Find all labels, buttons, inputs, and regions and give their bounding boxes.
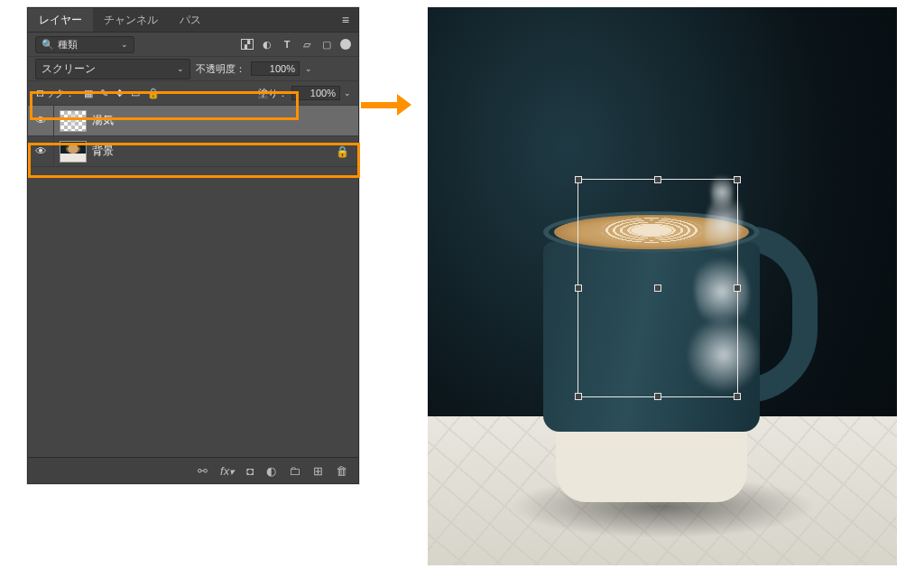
panel-footer: ⚯ fx▾ ◘ ◐ 🗀 ⊞ 🗑 [28,457,358,483]
visibility-toggle[interactable]: 👁 [28,114,53,127]
transform-handle[interactable] [575,393,582,400]
opacity-input[interactable]: 100% [251,61,300,76]
tab-paths[interactable]: パス [169,8,212,32]
chevron-down-icon[interactable]: ⌄ [344,89,351,98]
transform-handle[interactable] [654,176,661,183]
chevron-down-icon[interactable]: ⌄ [305,64,312,73]
tab-layers[interactable]: レイヤー [28,8,93,32]
lock-transparent-icon[interactable]: ▦ [84,88,93,99]
new-layer-icon[interactable]: ⊞ [313,464,323,478]
filter-smart-icon[interactable]: ▢ [320,38,333,51]
visibility-toggle[interactable]: 👁 [28,144,53,158]
blend-mode-select[interactable]: スクリーン ⌄ [35,59,190,79]
opacity-label: 不透明度： [196,62,245,76]
chevron-down-icon: ⌄ [177,64,184,73]
fill-label: 塗り： [258,87,288,100]
filter-icons: ▞ ◐ T ▱ ▢ [241,38,351,51]
layer-thumbnail[interactable] [60,110,87,132]
layers-panel: レイヤー チャンネル パス ≡ 🔍 種類 ⌄ ▞ ◐ T ▱ ▢ ス [27,7,359,484]
lock-icon[interactable]: 🔒 [336,145,349,158]
group-icon[interactable]: 🗀 [289,464,300,478]
mask-icon[interactable]: ◘ [246,464,254,478]
layers-list: 👁 湯気 👁 背景 🔒 [28,106,358,167]
layer-row-background[interactable]: 👁 背景 🔒 [28,136,358,167]
link-layers-icon[interactable]: ⚯ [198,464,208,478]
layer-name[interactable]: 湯気 [92,113,114,128]
transform-handle[interactable] [734,176,741,183]
blend-row: スクリーン ⌄ 不透明度： 100% ⌄ [28,57,358,81]
panel-tabbar: レイヤー チャンネル パス ≡ [28,8,358,33]
filter-shape-icon[interactable]: ▱ [300,38,313,51]
filter-adjust-icon[interactable]: ◐ [261,38,273,51]
fill-input[interactable]: 100% [291,86,340,100]
lock-artboard-icon[interactable]: ▭ [131,88,140,99]
adjustment-icon[interactable]: ◐ [266,464,276,478]
filter-toggle-icon[interactable] [340,39,351,50]
lock-all-icon[interactable]: 🔒 [147,88,160,99]
lock-row: ロック： ▦ ✎ ✥ ▭ 🔒 塗り： 100% ⌄ [28,81,358,106]
chevron-down-icon: ⌄ [121,40,128,49]
layer-name[interactable]: 背景 [92,144,114,159]
transform-handle[interactable] [734,393,741,400]
trash-icon[interactable]: 🗑 [336,464,347,478]
transform-handle[interactable] [654,393,661,400]
lock-paint-icon[interactable]: ✎ [100,88,108,99]
search-icon: 🔍 [42,39,54,51]
blend-mode-value: スクリーン [42,61,96,77]
lock-label: ロック： [35,87,75,100]
transform-handle[interactable] [734,284,741,292]
layer-row-steam[interactable]: 👁 湯気 [28,106,358,136]
fx-icon[interactable]: fx▾ [220,464,234,478]
lock-move-icon[interactable]: ✥ [116,88,124,99]
filter-type-icon[interactable]: T [281,38,293,51]
layer-thumbnail[interactable] [60,141,87,163]
filter-type-select[interactable]: 🔍 種類 ⌄ [35,36,134,53]
annotation-arrow [361,96,411,114]
transform-handle[interactable] [575,176,582,183]
transform-center[interactable] [654,284,661,292]
filter-pixel-icon[interactable]: ▞ [241,39,254,50]
panel-menu-icon[interactable]: ≡ [333,13,358,27]
tab-channels[interactable]: チャンネル [93,8,169,32]
transform-bounding-box[interactable] [578,179,738,397]
filter-label: 種類 [58,38,78,51]
transform-handle[interactable] [575,284,582,292]
filter-row: 🔍 種類 ⌄ ▞ ◐ T ▱ ▢ [28,33,358,57]
